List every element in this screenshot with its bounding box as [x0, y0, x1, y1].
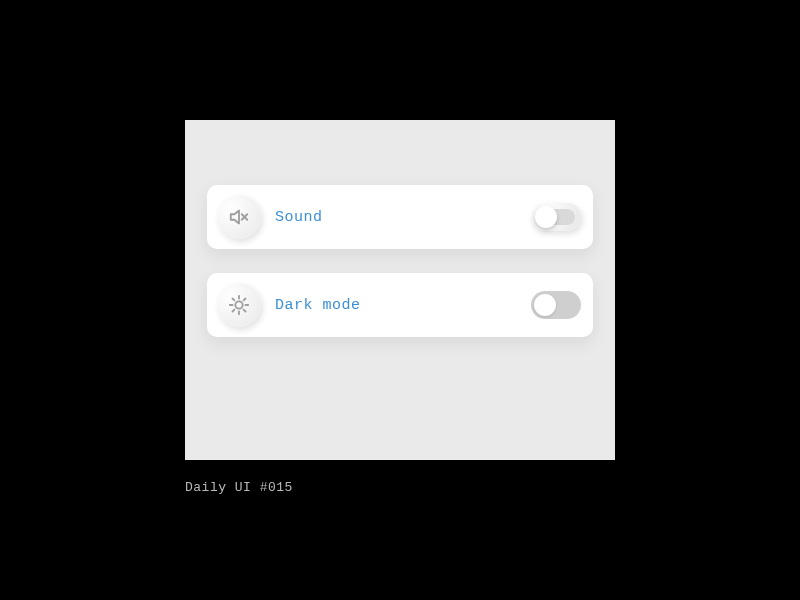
sound-toggle[interactable] [531, 203, 581, 231]
svg-line-8 [232, 298, 234, 300]
settings-panel: Sound Dark mode [185, 120, 615, 460]
sound-label: Sound [275, 209, 531, 226]
svg-line-9 [244, 310, 246, 312]
setting-row-darkmode: Dark mode [207, 273, 593, 337]
svg-point-3 [235, 301, 242, 308]
svg-marker-0 [231, 211, 239, 224]
svg-line-11 [244, 298, 246, 300]
sun-icon [217, 283, 261, 327]
svg-line-10 [232, 310, 234, 312]
setting-row-sound: Sound [207, 185, 593, 249]
darkmode-toggle[interactable] [531, 291, 581, 319]
caption-text: Daily UI #015 [185, 480, 293, 495]
darkmode-label: Dark mode [275, 297, 531, 314]
speaker-muted-icon [217, 195, 261, 239]
